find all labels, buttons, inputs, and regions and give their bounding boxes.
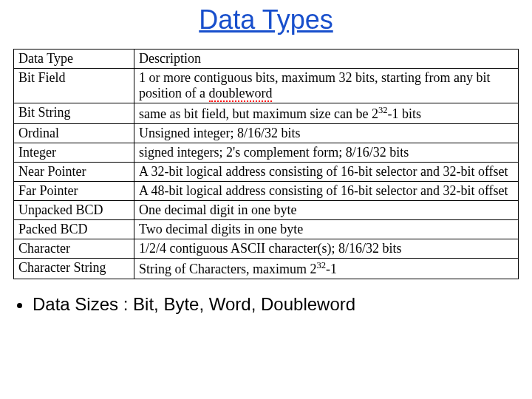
cell-type: Character String <box>14 259 134 279</box>
table-row: Far Pointer A 48-bit logical address con… <box>14 182 519 201</box>
table-row: Bit String same as bit field, but maximu… <box>14 103 519 124</box>
table-row: Bit Field 1 or more contiguous bits, max… <box>14 69 519 103</box>
cell-type: Packed BCD <box>14 220 134 239</box>
cell-type: Ordinal <box>14 124 134 143</box>
cell-type: Character <box>14 239 134 259</box>
cell-type: Integer <box>14 143 134 163</box>
cell-desc: same as bit field, but maximum size can … <box>134 103 519 124</box>
cell-desc: signed integers; 2's complement form; 8/… <box>134 143 519 163</box>
desc-squiggle: doubleword <box>209 86 273 102</box>
page-title: Data Types <box>0 4 532 35</box>
cell-desc: One decimal digit in one byte <box>134 201 519 220</box>
table-row: Unpacked BCD One decimal digit in one by… <box>14 201 519 220</box>
cell-desc: 1/2/4 contiguous ASCII character(s); 8/1… <box>134 239 519 259</box>
desc-text: same as bit field, but maximum size can … <box>139 106 378 121</box>
desc-text: -1 <box>326 262 337 276</box>
cell-type: Far Pointer <box>14 182 134 201</box>
table-row: Character 1/2/4 contiguous ASCII charact… <box>14 239 519 259</box>
table-row: Integer signed integers; 2's complement … <box>14 143 519 163</box>
cell-desc: A 32-bit logical address consisting of 1… <box>134 163 519 182</box>
cell-type: Bit Field <box>14 69 134 103</box>
desc-text: -1 bits <box>388 106 422 121</box>
cell-desc: 1 or more contiguous bits, maximum 32 bi… <box>134 69 519 103</box>
bullet-item: Data Sizes : Bit, Byte, Word, Doubleword <box>33 294 532 315</box>
table-row: Near Pointer A 32-bit logical address co… <box>14 163 519 182</box>
data-types-table: Data Type Description Bit Field 1 or mor… <box>13 49 519 279</box>
table-row: Character String String of Characters, m… <box>14 259 519 279</box>
table-header-row: Data Type Description <box>14 50 519 69</box>
header-type: Data Type <box>14 50 134 69</box>
table-row: Packed BCD Two decimal digits in one byt… <box>14 220 519 239</box>
cell-type: Unpacked BCD <box>14 201 134 220</box>
desc-sup: 32 <box>378 105 388 115</box>
cell-type: Bit String <box>14 103 134 124</box>
cell-desc: String of Characters, maximum 232-1 <box>134 259 519 279</box>
desc-sup: 32 <box>316 260 326 270</box>
cell-desc: Two decimal digits in one byte <box>134 220 519 239</box>
cell-desc: Unsigned integer; 8/16/32 bits <box>134 124 519 143</box>
header-desc: Description <box>134 50 519 69</box>
cell-type: Near Pointer <box>14 163 134 182</box>
bullet-list: Data Sizes : Bit, Byte, Word, Doubleword <box>21 294 532 315</box>
table-row: Ordinal Unsigned integer; 8/16/32 bits <box>14 124 519 143</box>
desc-text: 1 or more contiguous bits, maximum 32 bi… <box>139 70 490 100</box>
cell-desc: A 48-bit logical address consisting of 1… <box>134 182 519 201</box>
desc-text: String of Characters, maximum 2 <box>139 262 316 276</box>
